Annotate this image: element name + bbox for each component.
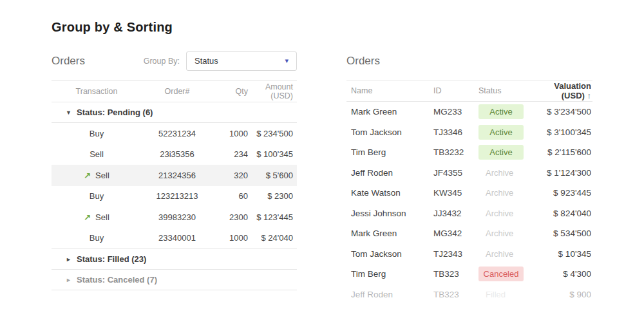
column-header-transaction[interactable]: Transaction: [52, 87, 142, 96]
table-row[interactable]: Mark Green MG342 Archive $ 534'500: [346, 223, 592, 244]
name-cell: Tom Jackson: [346, 249, 433, 259]
group-row-pending[interactable]: ▼ Status: Pending (6): [52, 102, 297, 123]
status-text: Filled: [478, 290, 506, 299]
transaction-cell: Buy: [90, 233, 104, 243]
valuation-cell: $ 1'124'300: [545, 168, 592, 178]
status-badge: Active: [478, 125, 524, 140]
status-text: Archive: [478, 168, 513, 178]
pending-rows: Buy 52231234 1000 $ 234'500 Sell 23i3535…: [52, 123, 297, 249]
amount-cell: $ 24'040: [248, 233, 297, 243]
qty-cell: 60: [213, 191, 248, 201]
trend-up-icon: ↗: [84, 171, 91, 180]
amount-cell: $ 123'445: [248, 212, 297, 222]
status-text: Archive: [478, 229, 513, 238]
valuation-cell: $ 900: [545, 290, 592, 299]
name-cell: Tom Jackson: [346, 127, 433, 137]
group-by-selected-value: Status: [194, 56, 218, 66]
name-cell: Mark Green: [346, 107, 433, 117]
caret-down-icon: ▾: [285, 57, 289, 64]
name-cell: Tim Berg: [346, 147, 433, 157]
table-row[interactable]: Tim Berg TB323 Canceled $ 4'300: [346, 264, 592, 285]
column-header-amount[interactable]: Amount (USD): [248, 82, 297, 100]
status-text: Archive: [478, 188, 513, 198]
group-row-filled[interactable]: ► Status: Filled (23): [52, 249, 297, 270]
qty-cell: 234: [213, 149, 248, 159]
table-row[interactable]: Jeff Roden JF4355 Archive $ 1'124'300: [346, 163, 592, 183]
column-header-order[interactable]: Order#: [142, 87, 213, 96]
qty-cell: 1000: [213, 129, 248, 138]
table-row-faded[interactable]: Jeff Roden TB323 Filled $ 900: [346, 285, 592, 305]
column-header-id[interactable]: ID: [433, 86, 478, 95]
id-cell: TJ2343: [433, 249, 478, 259]
name-cell: Jeff Roden: [346, 168, 433, 178]
status-badge: Active: [478, 145, 524, 160]
status-text: Archive: [478, 249, 513, 259]
status-text: Archive: [478, 209, 513, 218]
collapse-icon: ▼: [66, 109, 77, 116]
table-row-highlighted[interactable]: ↗ Sell 21324356 320 $ 5'600: [52, 165, 297, 186]
transaction-cell: Buy: [90, 191, 104, 201]
group-by-label: Group By:: [144, 57, 180, 66]
table-row[interactable]: ↗ Sell 39983230 2300 $ 123'445: [52, 207, 297, 228]
order-cell: 23i35356: [142, 149, 213, 159]
id-cell: MG342: [433, 229, 478, 238]
order-cell: 123213213: [142, 191, 213, 201]
panel-heading-orders: Orders: [346, 55, 380, 68]
qty-cell: 320: [213, 171, 248, 180]
group-label: Status: Pending (6): [77, 108, 153, 117]
table-row[interactable]: Jessi Johnson JJ3432 Archive $ 824'040: [346, 203, 592, 224]
group-row-canceled[interactable]: ► Status: Canceled (7): [52, 270, 297, 290]
name-cell: Mark Green: [346, 229, 433, 238]
qty-cell: 1000: [213, 233, 248, 243]
group-by-select[interactable]: Status ▾: [186, 51, 297, 71]
valuation-cell: $ 4'300: [545, 269, 592, 279]
right-table-header: Name ID Status Valuation (USD) ↑: [346, 80, 592, 102]
amount-cell: $ 100'345: [248, 149, 297, 159]
order-cell: 52231234: [142, 129, 213, 138]
order-cell: 21324356: [142, 171, 213, 180]
trend-up-icon: ↗: [84, 212, 91, 222]
table-row[interactable]: Sell 23i35356 234 $ 100'345: [52, 144, 297, 165]
expand-icon: ►: [66, 256, 77, 263]
column-header-valuation-sorted[interactable]: Valuation (USD) ↑: [545, 81, 592, 100]
group-label: Status: Filled (23): [77, 254, 146, 264]
qty-cell: 2300: [213, 212, 248, 222]
page-title: Group by & Sorting: [52, 20, 173, 35]
column-header-qty[interactable]: Qty: [213, 87, 248, 96]
name-cell: Jeff Roden: [346, 290, 433, 299]
amount-cell: $ 234'500: [248, 129, 297, 138]
table-row[interactable]: Buy 123213213 60 $ 2300: [52, 186, 297, 207]
table-row[interactable]: Buy 23340001 1000 $ 24'040: [52, 228, 297, 249]
sorted-orders-panel: Orders Name ID Status Valuation (USD) ↑ …: [346, 50, 592, 304]
valuation-cell: $ 2'115'600: [545, 147, 592, 157]
valuation-cell: $ 10'345: [545, 249, 592, 259]
amount-cell: $ 2300: [248, 191, 297, 201]
transaction-cell: Sell: [95, 171, 109, 180]
status-badge: Active: [478, 104, 524, 119]
groupby-orders-panel: Orders Group By: Status ▾ Transaction Or…: [52, 50, 297, 290]
valuation-cell: $ 3'234'500: [545, 107, 592, 117]
id-cell: TB323: [433, 290, 478, 299]
transaction-cell: Buy: [90, 129, 104, 138]
table-row[interactable]: Tim Berg TB3232 Active $ 2'115'600: [346, 142, 592, 163]
transaction-cell: Sell: [95, 212, 109, 222]
table-row[interactable]: Buy 52231234 1000 $ 234'500: [52, 123, 297, 144]
table-row[interactable]: Mark Green MG233 Active $ 3'234'500: [346, 102, 592, 122]
table-row[interactable]: Kate Watson KW345 Archive $ 923'445: [346, 183, 592, 203]
id-cell: TB323: [433, 269, 478, 279]
id-cell: TJ3346: [433, 127, 478, 137]
amount-cell: $ 5'600: [248, 171, 297, 180]
column-header-status[interactable]: Status: [478, 86, 545, 95]
order-cell: 39983230: [142, 212, 213, 222]
status-badge: Canceled: [478, 267, 524, 281]
valuation-cell: $ 824'040: [545, 209, 592, 218]
id-cell: KW345: [433, 188, 478, 198]
table-row[interactable]: Tom Jackson TJ2343 Archive $ 10'345: [346, 244, 592, 265]
name-cell: Jessi Johnson: [346, 209, 433, 218]
id-cell: JF4355: [433, 168, 478, 178]
table-row[interactable]: Tom Jackson TJ3346 Active $ 3'100'345: [346, 122, 592, 143]
valuation-cell: $ 923'445: [545, 188, 592, 198]
panel-heading-orders: Orders: [52, 55, 85, 68]
column-header-name[interactable]: Name: [346, 86, 433, 95]
order-cell: 23340001: [142, 233, 213, 243]
